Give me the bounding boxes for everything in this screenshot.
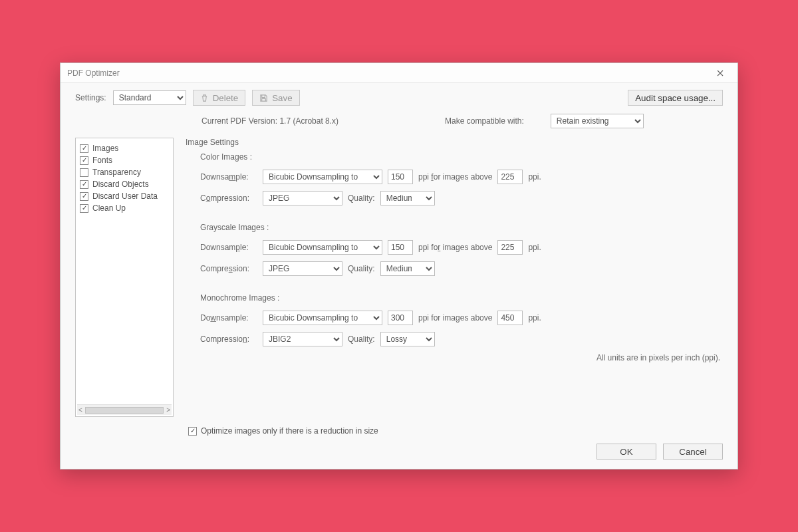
quality-label: Quality: — [348, 194, 375, 203]
compression-label: Compression: — [200, 194, 257, 203]
sidebar-item-transparency[interactable]: Transparency — [80, 166, 172, 178]
color-images-group: Color Images : Downsample: Bicubic Downs… — [200, 152, 723, 205]
pdf-optimizer-dialog: PDF Optimizer Settings: Standard Delete … — [60, 63, 738, 469]
save-button[interactable]: Save — [252, 90, 299, 106]
close-icon — [717, 70, 724, 76]
scroll-left-icon[interactable]: < — [78, 406, 82, 414]
sidebar-item-discard-objects[interactable]: Discard Objects — [80, 178, 172, 190]
gray-threshold-ppi[interactable] — [497, 240, 523, 255]
ok-button[interactable]: OK — [597, 444, 656, 460]
downsample-label: Downsample: — [200, 172, 257, 182]
cancel-button[interactable]: Cancel — [663, 444, 723, 460]
mono-quality-select[interactable]: Lossy — [380, 332, 435, 346]
dialog-footer: OK Cancel — [75, 444, 723, 460]
close-button[interactable] — [707, 65, 733, 82]
mono-target-ppi[interactable] — [388, 311, 413, 325]
audit-space-button[interactable]: Audit space usage... — [628, 90, 723, 106]
compat-label: Make compatible with: — [445, 116, 524, 126]
sidebar-item-images[interactable]: Images — [80, 142, 172, 154]
category-list: Images Fonts Transparency Discard Object… — [75, 138, 174, 417]
settings-row: Settings: Standard Delete Save Audit spa… — [75, 90, 723, 106]
gray-quality-select[interactable]: Medium — [380, 261, 435, 276]
units-note: All units are in pixels per inch (ppi). — [186, 353, 720, 362]
sidebar-item-clean-up[interactable]: Clean Up — [80, 202, 172, 214]
window-title: PDF Optimizer — [67, 68, 120, 78]
image-settings-panel: Image Settings Color Images : Downsample… — [186, 138, 723, 417]
color-threshold-ppi[interactable] — [497, 170, 523, 184]
settings-label: Settings: — [75, 93, 106, 102]
checkbox[interactable] — [80, 168, 88, 177]
gray-target-ppi[interactable] — [388, 240, 413, 255]
delete-button[interactable]: Delete — [193, 90, 246, 106]
color-downsample-select[interactable]: Bicubic Downsampling to — [263, 170, 382, 184]
color-heading: Color Images : — [200, 152, 723, 162]
horizontal-scrollbar[interactable]: < > — [77, 404, 172, 415]
info-row: Current PDF Version: 1.7 (Acrobat 8.x) M… — [201, 114, 723, 128]
gray-heading: Grayscale Images : — [200, 223, 723, 232]
gray-downsample-select[interactable]: Bicubic Downsampling to — [263, 240, 382, 255]
optimize-only-row[interactable]: Optimize images only if there is a reduc… — [188, 426, 723, 436]
color-target-ppi[interactable] — [388, 170, 413, 184]
trash-icon — [200, 94, 209, 102]
checkbox[interactable] — [80, 204, 88, 213]
checkbox[interactable] — [80, 192, 88, 201]
scroll-thumb[interactable] — [85, 407, 164, 414]
color-quality-select[interactable]: Medium — [380, 191, 435, 205]
sidebar-item-fonts[interactable]: Fonts — [80, 154, 172, 166]
color-compression-select[interactable]: JPEG — [263, 191, 342, 205]
settings-select[interactable]: Standard — [113, 90, 186, 105]
checkbox[interactable] — [80, 156, 88, 165]
checkbox[interactable] — [80, 180, 88, 189]
mono-threshold-ppi[interactable] — [497, 311, 523, 325]
scroll-right-icon[interactable]: > — [166, 406, 170, 414]
compat-select[interactable]: Retain existing — [551, 114, 644, 128]
sidebar-item-discard-user-data[interactable]: Discard User Data — [80, 190, 172, 202]
titlebar: PDF Optimizer — [61, 63, 737, 83]
save-icon — [259, 94, 268, 102]
optimize-only-label: Optimize images only if there is a reduc… — [201, 426, 378, 436]
mono-heading: Monochrome Images : — [200, 293, 723, 303]
panel-title: Image Settings — [186, 138, 723, 147]
pdf-version-text: Current PDF Version: 1.7 (Acrobat 8.x) — [201, 116, 338, 126]
mono-compression-select[interactable]: JBIG2 — [263, 332, 342, 346]
grayscale-images-group: Grayscale Images : Downsample: Bicubic D… — [200, 223, 723, 276]
checkbox[interactable] — [80, 144, 88, 153]
gray-compression-select[interactable]: JPEG — [263, 261, 342, 276]
mono-downsample-select[interactable]: Bicubic Downsampling to — [263, 311, 382, 325]
monochrome-images-group: Monochrome Images : Downsample: Bicubic … — [200, 293, 723, 346]
optimize-only-checkbox[interactable] — [188, 427, 197, 436]
